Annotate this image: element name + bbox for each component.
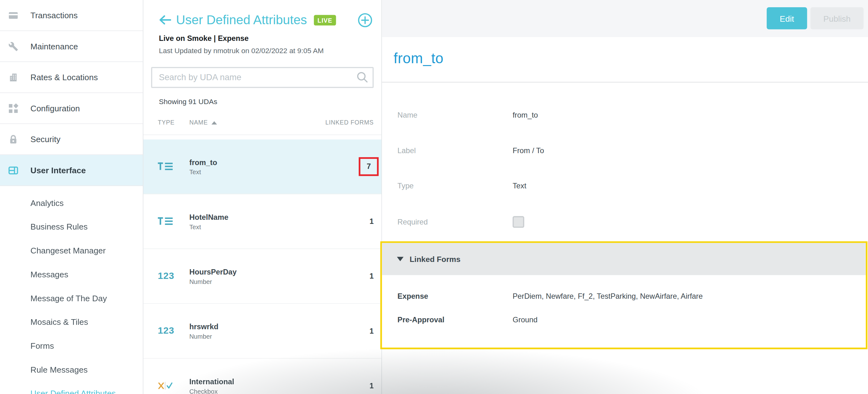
- uda-type: Checkbox: [189, 388, 234, 394]
- detail-field-row: Label From / To: [382, 133, 868, 168]
- uda-type: Text: [189, 223, 228, 230]
- linked-form-type: Pre-Approval: [398, 315, 444, 324]
- field-label: Type: [398, 182, 414, 190]
- linked-forms-count: 1: [370, 327, 374, 335]
- sidebar-subitem-label: Rule Messages: [31, 365, 88, 374]
- sidebar-subitem[interactable]: Business Rules: [0, 215, 143, 239]
- linked-forms-header[interactable]: Linked Forms: [382, 243, 866, 275]
- uda-name: International: [189, 377, 234, 386]
- required-field-row: Required: [382, 204, 868, 240]
- sidebar-item-label: Maintenance: [31, 41, 78, 51]
- card-icon: [8, 10, 18, 21]
- grid-icon: [8, 103, 18, 113]
- linked-forms-count: 1: [370, 272, 374, 280]
- text-type-icon: [158, 217, 182, 226]
- sidebar-item-label: Configuration: [31, 103, 80, 113]
- uda-name: HoursPerDay: [189, 268, 237, 276]
- publish-button[interactable]: Publish: [810, 7, 864, 29]
- field-value: Text: [513, 182, 526, 190]
- sidebar-item[interactable]: User Interface: [0, 155, 143, 186]
- uda-type: Number: [189, 333, 218, 340]
- table-row[interactable]: HotelName Text 1: [144, 194, 381, 249]
- sidebar-item[interactable]: Configuration: [0, 93, 143, 124]
- sidebar-subitem[interactable]: Rule Messages: [0, 358, 143, 382]
- column-name-sort[interactable]: NAME: [189, 119, 217, 125]
- result-count: Showing 91 UDAs: [159, 97, 372, 105]
- field-value: From / To: [513, 147, 544, 155]
- linked-forms-count: 1: [370, 217, 374, 225]
- table-row[interactable]: from_to Text 7: [144, 140, 381, 194]
- app-window: Transactions Maintenance Rates & Locatio…: [0, 0, 868, 394]
- sidebar-item-label: User Interface: [31, 165, 86, 175]
- detail-field-row: Name from_to: [382, 97, 868, 133]
- sidebar-subitem[interactable]: Messages: [0, 262, 143, 286]
- back-arrow-icon[interactable]: [159, 15, 171, 25]
- uda-type: Number: [189, 278, 237, 285]
- building-icon: [8, 72, 18, 82]
- live-badge: LIVE: [314, 15, 336, 25]
- column-linked-forms: LINKED FORMS: [325, 119, 374, 125]
- sidebar-item-label: Rates & Locations: [31, 73, 98, 82]
- uda-name: hrswrkd: [189, 322, 218, 331]
- add-uda-icon[interactable]: [358, 12, 373, 28]
- sidebar-nav: Transactions Maintenance Rates & Locatio…: [0, 0, 144, 394]
- number-type-icon: 123: [158, 326, 182, 336]
- last-updated-text: Last Updated by nmotruk on 02/02/2022 at…: [159, 47, 372, 55]
- linked-form-names: Ground: [513, 315, 537, 324]
- sidebar-item[interactable]: Security: [0, 124, 143, 155]
- linked-form-type: Expense: [398, 292, 428, 300]
- sidebar-subitem[interactable]: Forms: [0, 334, 143, 358]
- linked-forms-count: 1: [370, 382, 374, 390]
- field-value: from_to: [513, 111, 538, 119]
- edit-button[interactable]: Edit: [767, 7, 807, 29]
- column-type: TYPE: [158, 119, 175, 125]
- sidebar-subitem-label: User Defined Attributes: [31, 389, 116, 394]
- divider: [382, 82, 868, 83]
- detail-field-row: Type Text: [382, 168, 868, 204]
- linked-forms-count: 7: [359, 157, 379, 176]
- sidebar-subitem[interactable]: Message of The Day: [0, 286, 143, 310]
- search-input[interactable]: [151, 67, 374, 88]
- uda-type: Text: [189, 169, 217, 175]
- environment-status: Live on Smoke | Expense: [159, 34, 372, 42]
- sidebar-item[interactable]: Rates & Locations: [0, 62, 143, 93]
- sidebar-subitem-label: Business Rules: [31, 222, 88, 232]
- page-title: User Defined Attributes: [176, 12, 307, 28]
- sidebar-subitem-label: Message of The Day: [31, 293, 107, 303]
- sidebar-subitem-label: Messages: [31, 270, 68, 279]
- table-row[interactable]: International Checkbox 1: [144, 359, 381, 394]
- linked-forms-row: Expense PerDiem, Newfare, Ff_2, TestPark…: [382, 284, 866, 308]
- table-row[interactable]: 123 hrswrkd Number 1: [144, 304, 381, 359]
- sort-asc-icon: [212, 121, 217, 124]
- field-label: Label: [398, 147, 416, 155]
- collapse-caret-icon: [397, 257, 403, 261]
- sidebar-subitem[interactable]: User Defined Attributes: [0, 382, 143, 394]
- field-label: Name: [398, 111, 417, 119]
- sidebar-item[interactable]: Maintenance: [0, 31, 143, 62]
- uda-name: HotelName: [189, 213, 228, 221]
- sidebar-subitem-label: Forms: [31, 341, 54, 350]
- sidebar-subitem[interactable]: Mosaics & Tiles: [0, 310, 143, 334]
- sidebar-subitem-label: Changeset Manager: [31, 246, 106, 255]
- lock-icon: [8, 134, 18, 144]
- sidebar-subitem-label: Analytics: [31, 198, 64, 208]
- text-type-icon: [158, 162, 182, 171]
- sidebar-subitem[interactable]: Analytics: [0, 191, 143, 215]
- table-row[interactable]: 123 HoursPerDay Number 1: [144, 249, 381, 304]
- linked-form-names: PerDiem, Newfare, Ff_2, TestParking, New…: [513, 292, 703, 300]
- checkbox-type-icon: [158, 382, 182, 390]
- sidebar-subitem-label: Mosaics & Tiles: [31, 317, 88, 327]
- sidebar-subitem[interactable]: Changeset Manager: [0, 239, 143, 263]
- linked-forms-section: Linked Forms Expense PerDiem, Newfare, F…: [380, 241, 867, 349]
- search-icon: [356, 71, 368, 83]
- table-header: TYPE NAME LINKED FORMS: [144, 117, 381, 135]
- wrench-icon: [8, 41, 18, 51]
- uda-list-panel: User Defined Attributes LIVE Live on Smo…: [144, 0, 382, 394]
- detail-title: from_to: [394, 50, 444, 67]
- required-checkbox[interactable]: [513, 216, 524, 228]
- number-type-icon: 123: [158, 271, 182, 282]
- sidebar-item-label: Security: [31, 134, 60, 144]
- window-icon: [8, 165, 18, 176]
- sidebar-item[interactable]: Transactions: [0, 0, 143, 31]
- uda-name: from_to: [189, 158, 217, 166]
